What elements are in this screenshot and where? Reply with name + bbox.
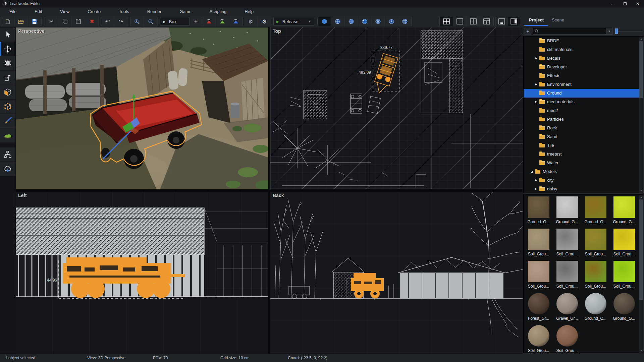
layout-three-pane-button[interactable] [480,17,493,26]
tree-row[interactable]: cliff materials [524,45,643,54]
paste-button[interactable] [72,17,85,26]
menu-item[interactable]: File [5,9,21,14]
tree-row[interactable]: Ground [524,89,643,98]
viewmode-shaded-button[interactable] [318,17,331,26]
build-config-dropdown[interactable]: ▶ Release ▼ [273,17,314,26]
tree-scrollbar[interactable]: ▲ ▼ [639,37,643,193]
filter-dropdown-button[interactable]: ▼ [606,28,612,35]
tree-expand-icon[interactable]: ▶ [535,98,539,106]
add-asset-button[interactable]: + [524,28,531,35]
tree-row[interactable]: ▶ med materials [524,98,643,106]
hierarchy-tool-button[interactable] [0,147,15,162]
tree-row[interactable]: ▶ daisy [524,185,643,193]
tree-row[interactable]: Rock [524,124,643,132]
tree-row[interactable]: ▶ Environment [524,80,643,89]
asset-item[interactable]: Soil_Grou... [553,228,581,260]
menu-item[interactable]: View [55,9,74,14]
new-scene-button[interactable] [1,17,14,26]
viewport-perspective[interactable]: Perspective [16,27,268,189]
settings-button[interactable]: ⚙ [258,17,271,26]
asset-item[interactable]: Ground_G... [581,195,610,228]
viewmode-lit-button[interactable] [371,17,385,26]
open-button[interactable] [14,17,28,26]
viewmode-textured-button[interactable] [358,17,371,26]
menu-item[interactable]: Edit [30,9,47,14]
cut-button[interactable]: ✂ [45,17,58,26]
tab-scene[interactable]: Scene [552,17,564,22]
tree-row[interactable]: med2 [524,106,643,115]
tree-row[interactable]: ▶ city [524,176,643,185]
viewmode-normals-button[interactable] [385,17,398,26]
minimize-button[interactable]: – [606,0,619,7]
asset-item[interactable]: Ground_G... [553,195,581,228]
asset-item[interactable]: Soil_Grou... [610,228,638,260]
tree-expand-icon[interactable]: ◢ [531,167,535,176]
asset-item[interactable]: Ground_C... [581,292,610,324]
tab-project[interactable]: Project [529,17,544,22]
search-input[interactable] [539,29,602,34]
zoom-in-button[interactable] [130,17,144,26]
viewport-back[interactable]: Back [270,192,523,354]
menu-item[interactable]: Game [175,9,196,14]
csg-carve-red-button[interactable] [202,17,216,26]
redo-button[interactable]: ↷ [114,17,128,26]
tree-expand-icon[interactable]: ▶ [535,176,539,185]
asset-item[interactable]: Soil_Grou... [524,260,553,292]
tree-row[interactable]: Tile [524,141,643,150]
thumbnail-size-slider[interactable] [615,28,643,35]
toggle-right-panel-button[interactable] [508,17,520,26]
asset-item[interactable]: Soil_Grou... [581,228,610,260]
csg-hollow-green-button[interactable] [216,17,229,26]
viewport-top[interactable]: Top [270,27,523,189]
tree-expand-icon[interactable]: ▶ [535,80,539,89]
options-button[interactable]: ⚙ [244,17,258,26]
tree-expand-icon[interactable]: ▶ [535,54,539,63]
tree-row[interactable]: Water [524,159,643,167]
delete-button[interactable]: ✖ [85,17,99,26]
tree-scrollbar-thumb[interactable] [639,41,643,98]
menu-item[interactable]: Create [83,9,105,14]
toggle-bottom-panel-button[interactable] [496,17,508,26]
move-tool-button[interactable] [0,42,15,56]
tree-row[interactable]: Sand [524,132,643,141]
asset-item[interactable]: Soil_Grou... [553,260,581,292]
asset-item[interactable]: Soil_Grou... [524,228,553,260]
viewmode-wireframe-button[interactable] [331,17,344,26]
asset-item[interactable]: Ground_G... [610,292,638,324]
rotate-tool-button[interactable] [0,56,15,71]
asset-item[interactable]: Forest_Gr... [524,292,553,324]
tree-row[interactable]: ▶ Decals [524,54,643,63]
add-primitive-button[interactable]: + [190,17,202,26]
zoom-out-button[interactable] [144,17,157,26]
menu-item[interactable]: Help [240,9,258,14]
asset-item[interactable]: Ground_G... [610,195,638,228]
viewmode-grid-button[interactable] [398,17,412,26]
asset-item[interactable]: Soil_Grou... [524,324,553,353]
save-button[interactable] [28,17,41,26]
asset-item[interactable]: Gravel_Gr... [553,292,581,324]
tree-expand-icon[interactable]: ▶ [535,185,539,193]
maximize-button[interactable] [619,0,631,7]
asset-item[interactable]: Soil_Grou... [553,324,581,353]
layout-quad-button[interactable] [440,17,453,26]
asset-item[interactable]: Soil_Grou... [610,260,638,292]
asset-item[interactable]: Soil_Grou... [581,260,610,292]
search-box[interactable] [533,28,606,35]
select-tool-button[interactable] [0,27,15,42]
tree-row[interactable]: Particles [524,115,643,124]
scroll-down-icon[interactable]: ▼ [639,348,643,353]
menu-item[interactable]: Scripting [205,9,231,14]
tree-row[interactable]: BRDF [524,37,643,45]
viewport-left[interactable]: Left [16,192,268,354]
slider-handle[interactable] [615,28,618,34]
thumbnails-scrollbar[interactable]: ▲ ▼ [639,195,643,353]
asset-item[interactable]: Ground_G... [524,195,553,228]
scroll-up-icon[interactable]: ▲ [639,37,643,41]
layout-two-columns-button[interactable] [467,17,480,26]
viewmode-solid-wire-button[interactable] [344,17,358,26]
scroll-up-icon[interactable]: ▲ [639,195,643,199]
csg-slice-blue-button[interactable] [229,17,243,26]
copy-button[interactable] [58,17,72,26]
undo-button[interactable]: ↶ [101,17,114,26]
tree-row[interactable]: treetest [524,150,643,159]
